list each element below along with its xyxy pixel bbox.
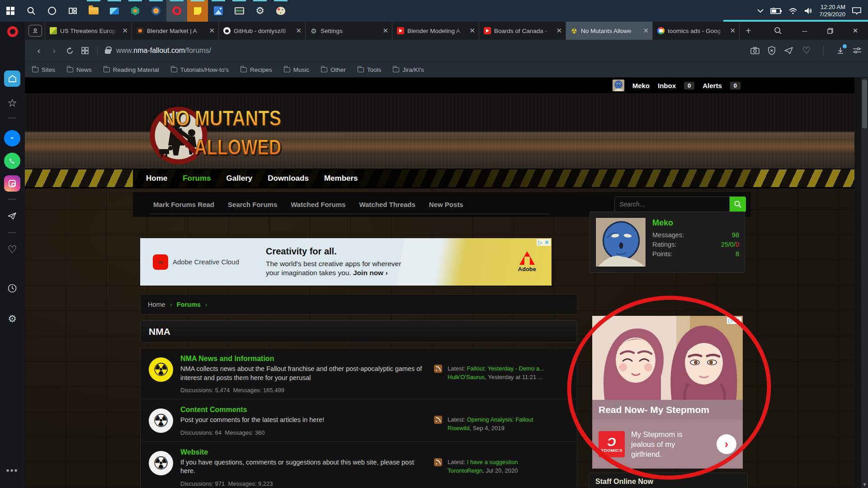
adobe-cta-link[interactable]: Join now › bbox=[353, 269, 388, 277]
bookmark-page-button[interactable]: ♡ bbox=[802, 45, 811, 56]
close-ad-icon[interactable]: ✕ bbox=[544, 239, 549, 246]
profile-name-link[interactable]: Meko bbox=[652, 218, 739, 228]
username[interactable]: Meko bbox=[632, 82, 650, 89]
snapshot-button[interactable] bbox=[750, 47, 760, 54]
latest-thread-link[interactable]: I have a suggestion bbox=[467, 459, 518, 465]
favorites-button[interactable]: ♡ bbox=[4, 241, 20, 258]
nav-gallery[interactable]: Gallery bbox=[226, 174, 253, 183]
nav-home[interactable]: Home bbox=[146, 174, 167, 183]
hidden-icons-chevron[interactable] bbox=[757, 9, 764, 13]
reload-button[interactable] bbox=[62, 47, 77, 55]
sidebar-more-button[interactable]: ••• bbox=[4, 462, 20, 479]
close-tab-icon[interactable]: ✕ bbox=[469, 27, 475, 35]
nav-forums[interactable]: Forums bbox=[183, 174, 211, 183]
points-count[interactable]: 8 bbox=[736, 249, 739, 259]
tab-search-button[interactable] bbox=[774, 22, 782, 40]
bookmarks-button[interactable]: ☆ bbox=[4, 95, 20, 111]
close-tab-icon[interactable]: ✕ bbox=[730, 27, 736, 35]
avatar[interactable] bbox=[613, 80, 624, 91]
bookmark-folder-tutorials[interactable]: Tutorials/How-to's bbox=[171, 66, 229, 73]
latest-user-link[interactable]: TorontoReign bbox=[448, 467, 482, 474]
nav-members[interactable]: Members bbox=[324, 174, 358, 183]
history-button[interactable] bbox=[4, 280, 20, 296]
search-button[interactable] bbox=[730, 197, 746, 212]
ratings-negative[interactable]: 0 bbox=[736, 241, 739, 248]
taskbar-paint[interactable] bbox=[270, 0, 291, 22]
messages-count[interactable]: 98 bbox=[732, 230, 739, 240]
my-flow-button[interactable] bbox=[784, 47, 794, 55]
battery-icon[interactable] bbox=[770, 8, 782, 14]
scroll-down-arrow[interactable]: ▼ bbox=[861, 482, 868, 487]
tab-github[interactable]: GitHub - domlysz/B✕ bbox=[218, 22, 305, 40]
breadcrumb-home-link[interactable]: Home bbox=[148, 301, 165, 308]
opera-menu-icon[interactable] bbox=[7, 26, 18, 37]
toolbar-settings-button[interactable] bbox=[853, 47, 862, 54]
bookmark-folder-music[interactable]: Music bbox=[284, 66, 309, 73]
task-view-button[interactable] bbox=[62, 0, 83, 22]
search-forums-link[interactable]: Search Forums bbox=[228, 201, 277, 208]
inbox-link[interactable]: Inbox bbox=[658, 82, 676, 89]
instagram-button[interactable] bbox=[4, 175, 20, 192]
close-tab-icon[interactable]: ✕ bbox=[556, 27, 562, 35]
watched-threads-link[interactable]: Watched Threads bbox=[359, 201, 415, 208]
my-flow-button[interactable] bbox=[4, 208, 20, 224]
forum-title-link[interactable]: Content Comments bbox=[180, 406, 427, 414]
tab-blender-modeling[interactable]: Blender Modeling A✕ bbox=[392, 22, 479, 40]
speed-dial-button[interactable] bbox=[4, 70, 20, 87]
minimize-button[interactable]: ─ bbox=[792, 22, 817, 40]
cortana-button[interactable] bbox=[42, 0, 62, 22]
breadcrumb-forums-link[interactable]: Forums bbox=[177, 301, 201, 308]
new-posts-link[interactable]: New Posts bbox=[429, 201, 463, 208]
bookmark-folder-tools[interactable]: Tools bbox=[358, 66, 382, 73]
bookmark-folder-sites[interactable]: Sites bbox=[32, 66, 55, 73]
adobe-banner-ad[interactable]: ∞ Adobe Creative Cloud Creativity for al… bbox=[140, 238, 552, 286]
taskbar-your-phone[interactable] bbox=[125, 0, 146, 22]
wifi-icon[interactable] bbox=[788, 8, 797, 14]
bookmark-folder-reading-material[interactable]: Reading Material bbox=[104, 66, 159, 73]
start-button[interactable] bbox=[0, 0, 21, 22]
ad-cta-arrow[interactable]: › bbox=[717, 434, 736, 454]
lock-icon[interactable] bbox=[105, 49, 111, 54]
taskbar-monitor-app[interactable] bbox=[229, 0, 250, 22]
address-bar[interactable]: www.nma-fallout.com/forums/ bbox=[102, 47, 750, 55]
nav-downloads[interactable]: Downloads bbox=[268, 174, 309, 183]
forward-button[interactable]: › bbox=[47, 46, 62, 56]
rss-icon[interactable] bbox=[434, 416, 442, 424]
bookmark-folder-news[interactable]: News bbox=[67, 66, 92, 73]
tab-us-threatens[interactable]: US Threatens Europ✕ bbox=[45, 22, 132, 40]
latest-user-link[interactable]: Hulk'O'Saurus bbox=[448, 374, 485, 380]
tab-toomics-ads[interactable]: toomics ads - Goog✕ bbox=[652, 22, 739, 40]
taskbar-mail[interactable] bbox=[104, 0, 125, 22]
forum-title-link[interactable]: Website bbox=[180, 448, 427, 456]
mark-forums-read-link[interactable]: Mark Forums Read bbox=[153, 201, 214, 208]
alerts-link[interactable]: Alerts bbox=[703, 82, 722, 89]
avatar[interactable] bbox=[595, 217, 646, 267]
close-ad-icon[interactable]: ✕ bbox=[735, 317, 740, 324]
adchoices-icon[interactable]: ▷ bbox=[538, 239, 542, 246]
watched-forums-link[interactable]: Watched Forums bbox=[291, 201, 345, 208]
ad-blocker-button[interactable] bbox=[768, 46, 776, 55]
downloads-button[interactable] bbox=[836, 47, 844, 55]
bookmark-folder-other[interactable]: Other bbox=[321, 66, 346, 73]
rss-icon[interactable] bbox=[434, 458, 442, 466]
maximize-button[interactable] bbox=[817, 22, 843, 40]
close-tab-icon[interactable]: ✕ bbox=[382, 27, 388, 35]
page-scrollbar[interactable]: ▼ bbox=[861, 78, 868, 488]
adchoices-icon[interactable]: ▷ bbox=[728, 317, 733, 324]
close-tab-icon[interactable]: ✕ bbox=[122, 27, 128, 35]
toomics-ad[interactable]: ▷✕ Read Now- My Stepmom ƆTOOMICS My Step… bbox=[592, 316, 743, 469]
close-tab-icon[interactable]: ✕ bbox=[643, 27, 649, 35]
forum-title-link[interactable]: NMA News and Information bbox=[180, 355, 427, 363]
taskbar-sticky-notes[interactable] bbox=[187, 0, 208, 22]
whatsapp-button[interactable] bbox=[4, 153, 20, 169]
tab-no-mutants-allowed[interactable]: ☢No Mutants Allowe✕ bbox=[566, 22, 652, 40]
tab-blender-market[interactable]: Blender Market | A✕ bbox=[132, 22, 218, 40]
taskbar-blender[interactable] bbox=[146, 0, 166, 22]
latest-thread-link[interactable]: Opening Analysis: Fallout bbox=[467, 416, 533, 423]
ratings-positive[interactable]: 25/0/ bbox=[721, 241, 736, 248]
close-tab-icon[interactable]: ✕ bbox=[209, 27, 215, 35]
volume-icon[interactable] bbox=[804, 7, 813, 14]
tab-workspace-button[interactable] bbox=[28, 25, 42, 37]
tab-settings[interactable]: ⚙Settings✕ bbox=[305, 22, 392, 40]
tab-boards-of-canada[interactable]: Boards of Canada -✕ bbox=[479, 22, 566, 40]
